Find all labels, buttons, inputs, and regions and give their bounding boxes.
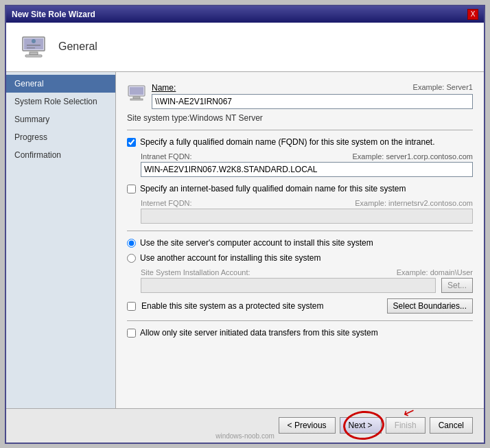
account-label: Site System Installation Account: [141,268,250,276]
main-window: New Site Role Wizard X General General S… [5,5,485,444]
name-server-icon [127,83,146,102]
window-body: General System Role Selection Summary Pr… [6,72,484,408]
svg-rect-2 [30,52,38,55]
internet-fqdn-checkbox[interactable] [127,185,136,193]
title-bar: New Site Role Wizard X [6,6,484,23]
sidebar-item-general[interactable]: General [6,75,115,93]
sidebar-item-system-role-selection[interactable]: System Role Selection [6,93,115,110]
previous-button[interactable]: < Previous [279,417,336,434]
account-example: Example: domain\User [397,268,473,276]
sidebar: General System Role Selection Summary Pr… [6,72,116,408]
cancel-button[interactable]: Cancel [430,417,473,434]
svg-rect-5 [27,45,40,46]
intranet-fqdn-labels: Intranet FQDN: Example: server1.corp.con… [141,152,473,161]
svg-rect-6 [27,47,35,49]
radio-another-account[interactable] [127,254,136,263]
account-input[interactable] [141,278,436,293]
window-title: New Site Role Wizard [12,10,95,19]
account-input-section: Set... [141,278,473,293]
site-system-type-text: Site system type:Windows NT Server [127,113,473,123]
fqdn-checkbox-label[interactable]: Specify a fully qualified domain name (F… [140,137,435,147]
internet-fqdn-checkbox-label[interactable]: Specify an internet-based fully qualifie… [140,184,406,193]
internet-fqdn-input[interactable] [141,209,473,224]
internet-fqdn-checkbox-row: Specify an internet-based fully qualifie… [127,184,473,193]
close-button[interactable]: X [467,9,478,20]
intranet-fqdn-section: Intranet FQDN: Example: server1.corp.con… [141,152,473,177]
name-input[interactable] [152,94,473,109]
fqdn-checkbox[interactable] [127,138,136,147]
account-labels: Site System Installation Account: Exampl… [141,268,473,276]
intranet-fqdn-example: Example: server1.corp.contoso.com [353,152,473,161]
watermark: windows-noob.com [215,432,275,440]
radio-another-account-row: Use another account for installing this … [127,253,473,263]
server-icon [20,33,47,60]
set-button[interactable]: Set... [441,278,473,293]
internet-fqdn-example: Example: internetsrv2.contoso.com [355,199,473,207]
protected-checkbox[interactable] [127,302,136,311]
wizard-footer: ↙ < Previous Next > Finish Cancel window… [6,408,484,443]
select-boundaries-button[interactable]: Select Boundaries... [387,298,473,314]
internet-fqdn-section: Internet FQDN: Example: internetsrv2.con… [141,199,473,224]
radio-computer-account-label[interactable]: Use the site server's computer account t… [140,238,373,248]
svg-rect-3 [25,55,42,57]
intranet-fqdn-input[interactable] [141,162,473,177]
svg-point-4 [32,39,36,43]
fqdn-checkbox-row: Specify a fully qualified domain name (F… [127,137,473,147]
intranet-fqdn-label: Intranet FQDN: [141,152,192,161]
finish-button[interactable]: Finish [386,417,425,434]
internet-fqdn-labels: Internet FQDN: Example: internetsrv2.con… [141,199,473,207]
sidebar-item-confirmation[interactable]: Confirmation [6,146,115,164]
protected-row: Enable this site system as a protected s… [127,298,473,314]
sidebar-item-progress[interactable]: Progress [6,128,115,146]
name-label: Name: [152,83,176,93]
form-content: Name: Example: Server1 Site system type:… [116,72,484,408]
protected-checkbox-label[interactable]: Enable this site system as a protected s… [141,301,382,311]
name-example: Example: Server1 [413,83,473,93]
internet-fqdn-label: Internet FQDN: [141,199,192,207]
wizard-header-title: General [58,40,97,53]
sidebar-item-summary[interactable]: Summary [6,110,115,128]
allow-only-checkbox[interactable] [127,329,136,338]
wizard-header: General [6,23,484,72]
svg-rect-8 [130,87,143,95]
radio-another-account-label[interactable]: Use another account for installing this … [140,253,320,263]
radio-computer-account[interactable] [127,239,136,248]
next-button[interactable]: Next > [340,417,382,434]
svg-rect-10 [130,99,143,100]
allow-only-label[interactable]: Allow only site server initiated data tr… [140,328,378,338]
header-icon [17,30,50,63]
svg-rect-9 [133,97,140,99]
allow-only-row: Allow only site server initiated data tr… [127,328,473,338]
radio-computer-account-row: Use the site server's computer account t… [127,238,473,248]
